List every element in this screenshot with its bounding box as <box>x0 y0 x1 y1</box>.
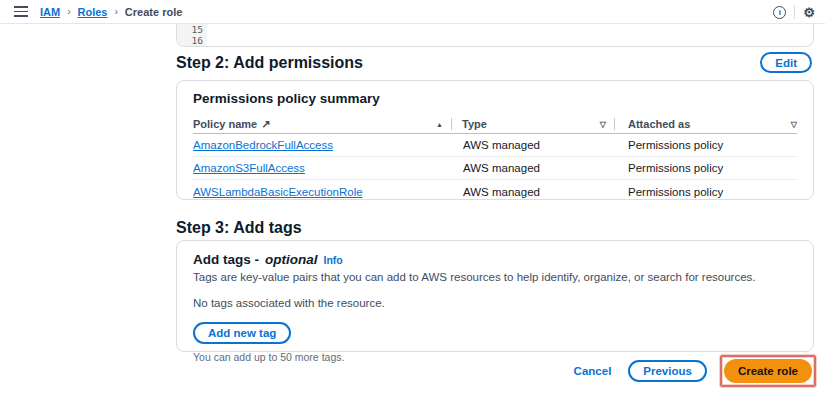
add-tags-description: Tags are key-value pairs that you can ad… <box>193 271 797 283</box>
previous-button[interactable]: Previous <box>628 360 707 382</box>
policy-type-cell: AWS managed <box>452 186 614 198</box>
breadcrumb: IAM › Roles › Create role <box>40 6 182 18</box>
table-row: AWSLambdaBasicExecutionRole AWS managed … <box>193 180 797 203</box>
add-tags-title: Add tags - <box>193 252 259 267</box>
breadcrumb-current-page: Create role <box>125 6 182 18</box>
settings-icon[interactable]: ⚙ <box>803 6 815 19</box>
policy-json-editor[interactable]: 15 16 ] } <box>176 24 814 47</box>
add-tags-card: Add tags - optional Info Tags are key-va… <box>176 240 814 352</box>
column-header-type[interactable]: Type ▽ <box>452 115 614 133</box>
column-header-policy-name[interactable]: Policy name↗ ▲ <box>193 115 451 133</box>
step3-heading: Step 3: Add tags <box>176 219 302 237</box>
table-header-row: Policy name↗ ▲ Type ▽ Attached as ▽ <box>193 115 797 134</box>
table-row: AmazonS3FullAccess AWS managed Permissio… <box>193 157 797 180</box>
wizard-footer-actions: Cancel Previous Create role <box>574 359 812 383</box>
permissions-table: Policy name↗ ▲ Type ▽ Attached as ▽ Amaz… <box>177 115 813 203</box>
attached-as-cell: Permissions policy <box>614 139 797 151</box>
no-tags-text: No tags associated with the resource. <box>193 297 797 309</box>
filter-icon[interactable]: ▽ <box>600 120 606 129</box>
permissions-card-title: Permissions policy summary <box>193 91 797 106</box>
policy-link-amazonbedrockfullaccess[interactable]: AmazonBedrockFullAccess <box>193 139 333 151</box>
breadcrumb-roles[interactable]: Roles <box>78 6 108 18</box>
edit-permissions-button[interactable]: Edit <box>760 52 812 73</box>
add-tags-title-optional: optional <box>265 252 318 267</box>
line-number: 15 <box>177 25 203 36</box>
breadcrumb-separator-icon: › <box>114 6 117 17</box>
breadcrumb-iam[interactable]: IAM <box>40 6 60 18</box>
menu-icon[interactable] <box>14 6 28 17</box>
create-role-button[interactable]: Create role <box>724 359 812 383</box>
table-row: AmazonBedrockFullAccess AWS managed Perm… <box>193 134 797 157</box>
info-link[interactable]: Info <box>324 254 343 266</box>
editor-line-numbers: 15 16 <box>177 24 207 46</box>
editor-code[interactable]: ] } <box>207 24 813 46</box>
external-link-icon: ↗ <box>261 118 270 131</box>
breadcrumb-separator-icon: › <box>67 6 70 17</box>
column-header-attached-as[interactable]: Attached as ▽ <box>615 115 797 133</box>
policy-link-amazons3fullaccess[interactable]: AmazonS3FullAccess <box>193 162 305 174</box>
permissions-summary-card: Permissions policy summary Policy name↗ … <box>176 80 814 200</box>
policy-type-cell: AWS managed <box>452 162 614 174</box>
add-new-tag-button[interactable]: Add new tag <box>193 322 291 344</box>
step2-heading: Step 2: Add permissions <box>176 54 363 72</box>
line-number: 16 <box>177 36 203 47</box>
policy-link-awslambdabasicexecutionrole[interactable]: AWSLambdaBasicExecutionRole <box>193 186 363 198</box>
filter-icon[interactable]: ▽ <box>791 120 797 129</box>
iam-create-role-page: IAM › Roles › Create role i ⚙ 15 16 ] } … <box>0 0 825 400</box>
policy-type-cell: AWS managed <box>452 139 614 151</box>
sort-ascending-icon[interactable]: ▲ <box>436 121 443 128</box>
topbar-divider <box>794 5 795 19</box>
attached-as-cell: Permissions policy <box>614 162 797 174</box>
code-line: ] <box>210 46 813 47</box>
info-icon[interactable]: i <box>773 6 786 19</box>
cancel-button[interactable]: Cancel <box>574 365 612 377</box>
attached-as-cell: Permissions policy <box>614 186 797 198</box>
top-navigation-bar: IAM › Roles › Create role i ⚙ <box>0 0 825 24</box>
